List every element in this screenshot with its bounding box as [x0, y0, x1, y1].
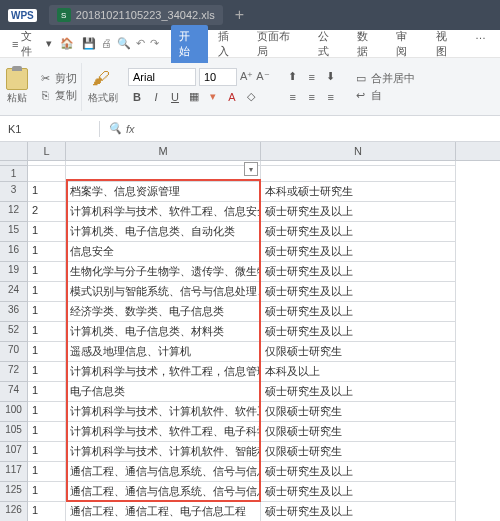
cell[interactable]: 硕士研究生及以上 — [261, 202, 456, 222]
print-preview-icon[interactable]: 🔍 — [117, 37, 131, 50]
font-color-button[interactable]: A — [223, 88, 241, 106]
size-select[interactable] — [199, 68, 237, 86]
tab-2[interactable]: 页面布局 — [249, 25, 308, 63]
cell[interactable]: 通信工程、通信与信息系统、信号与信息处理、电磁 — [66, 462, 261, 482]
cell[interactable]: 档案学、信息资源管理 — [66, 182, 261, 202]
cell[interactable]: 硕士研究生及以上 — [261, 262, 456, 282]
row-header[interactable]: 72 — [0, 362, 28, 382]
cell[interactable]: 计算机科学与技术、软件工程、信息安全、计算机 — [66, 202, 261, 222]
row-header[interactable]: 70 — [0, 342, 28, 362]
spreadsheet-grid[interactable]: LMN 131档案学、信息资源管理本科或硕士研究生122计算机科学与技术、软件工… — [0, 142, 500, 521]
tab-5[interactable]: 审阅 — [388, 25, 425, 63]
cell[interactable]: 通信工程、通信与信息系统、信号与信息处理、电磁 — [66, 482, 261, 502]
cell[interactable] — [28, 166, 66, 182]
cell[interactable]: 1 — [28, 342, 66, 362]
row-header[interactable]: 74 — [0, 382, 28, 402]
home-icon[interactable]: 🏠 — [60, 37, 74, 51]
cell[interactable]: 1 — [28, 302, 66, 322]
cell[interactable]: 硕士研究生及以上 — [261, 462, 456, 482]
cell[interactable]: 仅限硕士研究生 — [261, 342, 456, 362]
increase-font-icon[interactable]: A⁺ — [240, 70, 253, 83]
cell[interactable]: 1 — [28, 402, 66, 422]
fill-color-button[interactable]: ▾ — [204, 88, 222, 106]
cell[interactable]: 通信工程、通信工程、电子信息工程 — [66, 502, 261, 521]
cell[interactable]: 硕士研究生及以上 — [261, 482, 456, 502]
cell[interactable]: 硕士研究生及以上 — [261, 502, 456, 521]
align-left-icon[interactable]: ≡ — [284, 88, 302, 106]
merge-center-button[interactable]: ▭合并居中 — [354, 71, 415, 86]
cell[interactable]: 信息安全 — [66, 242, 261, 262]
paste-button[interactable]: 粘贴 — [6, 68, 28, 105]
font-select[interactable] — [128, 68, 196, 86]
row-header[interactable]: 52 — [0, 322, 28, 342]
align-center-icon[interactable]: ≡ — [303, 88, 321, 106]
document-tab[interactable]: S 20181021105223_34042.xls — [49, 5, 223, 25]
row-header[interactable]: 117 — [0, 462, 28, 482]
wrap-text-button[interactable]: ↩自 — [354, 88, 415, 103]
cell[interactable]: 计算机科学与技术、软件工程、电子科学与技术、信 — [66, 422, 261, 442]
row-header[interactable]: 105 — [0, 422, 28, 442]
cell[interactable]: 1 — [28, 262, 66, 282]
cell[interactable]: 模式识别与智能系统、信号与信息处理、光学工程 — [66, 282, 261, 302]
file-menu[interactable]: ≡ 文件 ▾ — [6, 27, 58, 61]
cell[interactable] — [66, 166, 261, 182]
print-icon[interactable]: 🖨 — [101, 37, 112, 50]
cell[interactable]: 硕士研究生及以上 — [261, 282, 456, 302]
cell[interactable]: 本科及以上 — [261, 362, 456, 382]
tab-3[interactable]: 公式 — [310, 25, 347, 63]
redo-icon[interactable]: ↷ — [150, 37, 159, 50]
cell[interactable]: 1 — [28, 462, 66, 482]
italic-button[interactable]: I — [147, 88, 165, 106]
col-header-corner[interactable] — [0, 142, 28, 160]
cell[interactable]: 1 — [28, 242, 66, 262]
border-button[interactable]: ▦ — [185, 88, 203, 106]
row-header[interactable]: 36 — [0, 302, 28, 322]
cell[interactable]: 仅限硕士研究生 — [261, 442, 456, 462]
cell[interactable]: 计算机科学与技术，软件工程，信息管理与系统 — [66, 362, 261, 382]
cell[interactable]: 1 — [28, 482, 66, 502]
row-header[interactable]: 24 — [0, 282, 28, 302]
col-header-N[interactable]: N — [261, 142, 456, 160]
clear-format-button[interactable]: ◇ — [242, 88, 260, 106]
format-painter-button[interactable]: 🖌 格式刷 — [88, 68, 118, 105]
name-box[interactable]: K1 — [0, 121, 100, 137]
col-header-M[interactable]: M — [66, 142, 261, 160]
cell[interactable]: 电子信息类 — [66, 382, 261, 402]
col-header-L[interactable]: L — [28, 142, 66, 160]
cell[interactable]: 1 — [28, 422, 66, 442]
cell[interactable]: 硕士研究生及以上 — [261, 242, 456, 262]
tab-1[interactable]: 插入 — [210, 25, 247, 63]
row-header[interactable]: 19 — [0, 262, 28, 282]
underline-button[interactable]: U — [166, 88, 184, 106]
save-icon[interactable]: 💾 — [82, 37, 96, 50]
decrease-font-icon[interactable]: A⁻ — [256, 70, 269, 83]
cell[interactable]: 计算机科学与技术、计算机软件、软件工程、计算机 — [66, 402, 261, 422]
align-top-icon[interactable]: ⬆ — [284, 68, 302, 86]
row-header[interactable]: 107 — [0, 442, 28, 462]
cell[interactable]: 硕士研究生及以上 — [261, 302, 456, 322]
fx-area[interactable]: 🔍 fx — [100, 122, 143, 135]
align-bottom-icon[interactable]: ⬇ — [322, 68, 340, 86]
cell[interactable]: 1 — [28, 382, 66, 402]
cell[interactable]: 遥感及地理信息、计算机 — [66, 342, 261, 362]
cell[interactable]: 硕士研究生及以上 — [261, 322, 456, 342]
tab-4[interactable]: 数据 — [349, 25, 386, 63]
row-header[interactable]: 126 — [0, 502, 28, 521]
cell[interactable]: 1 — [28, 502, 66, 521]
cell[interactable]: 计算机类、电子信息类、自动化类 — [66, 222, 261, 242]
cell[interactable]: 硕士研究生及以上 — [261, 222, 456, 242]
align-right-icon[interactable]: ≡ — [322, 88, 340, 106]
cell[interactable]: 2 — [28, 202, 66, 222]
undo-icon[interactable]: ↶ — [136, 37, 145, 50]
copy-button[interactable]: ⎘复制 — [38, 88, 77, 103]
cell[interactable]: 本科或硕士研究生 — [261, 182, 456, 202]
cell[interactable]: 生物化学与分子生物学、遗传学、微生物学、法医学 — [66, 262, 261, 282]
cell[interactable]: 1 — [28, 362, 66, 382]
tab-6[interactable]: 视图 — [428, 25, 465, 63]
cell[interactable]: 1 — [28, 222, 66, 242]
row-header[interactable]: 1 — [0, 166, 28, 182]
row-header[interactable]: 100 — [0, 402, 28, 422]
row-header[interactable]: 3 — [0, 182, 28, 202]
row-header[interactable]: 16 — [0, 242, 28, 262]
cell[interactable] — [261, 166, 456, 182]
